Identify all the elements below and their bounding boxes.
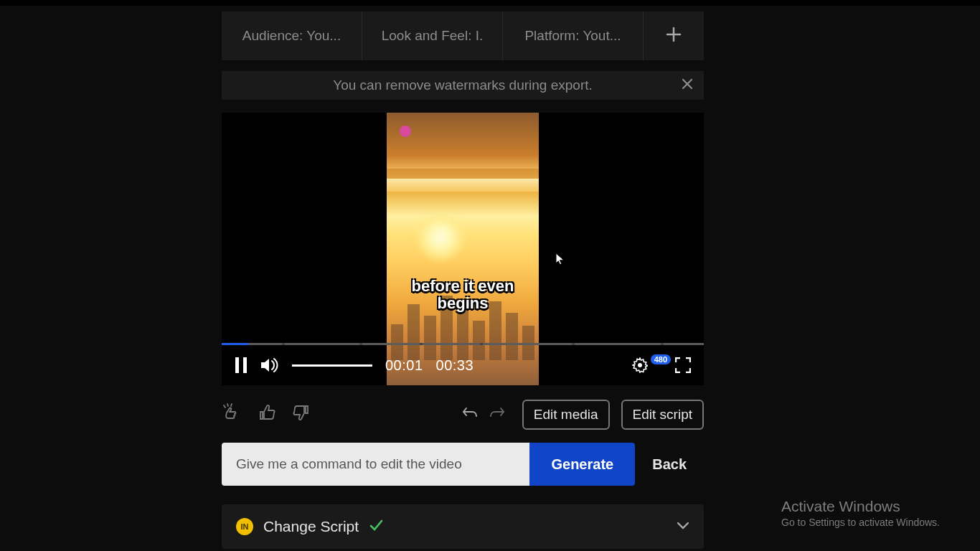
- action-row: Edit media Edit script: [222, 400, 704, 430]
- video-subtitle: before it even begins: [391, 278, 534, 312]
- edit-script-button[interactable]: Edit script: [621, 400, 704, 430]
- add-tag-button[interactable]: [644, 11, 704, 60]
- video-controls: 00:01 00:33 480: [222, 345, 704, 385]
- command-row: Generate Back: [222, 443, 704, 486]
- check-icon: [369, 518, 383, 535]
- fullscreen-icon[interactable]: [675, 357, 691, 373]
- watermark-icon: [400, 126, 411, 137]
- svg-rect-0: [235, 357, 239, 373]
- tag-look-and-feel[interactable]: Look and Feel: I.: [362, 11, 503, 60]
- cursor-icon: [555, 253, 565, 268]
- video-preview[interactable]: before it even begins 00:01 00:33: [222, 113, 704, 385]
- activation-subtitle: Go to Settings to activate Windows.: [781, 517, 940, 528]
- current-time: 00:01: [385, 357, 423, 374]
- notice-text: You can remove watermarks during export.: [222, 77, 704, 93]
- activation-title: Activate Windows: [781, 498, 940, 515]
- volume-slider[interactable]: [292, 364, 372, 367]
- thumbs-down-icon[interactable]: [292, 403, 311, 426]
- total-time: 00:33: [436, 357, 474, 374]
- svg-rect-1: [243, 357, 247, 373]
- tag-row: Audience: You... Look and Feel: I. Platf…: [222, 11, 704, 60]
- volume-icon[interactable]: [260, 357, 279, 373]
- quality-badge: 480: [651, 354, 671, 364]
- close-icon[interactable]: [681, 77, 694, 93]
- tag-platform[interactable]: Platform: Yout...: [503, 11, 644, 60]
- back-button[interactable]: Back: [635, 443, 704, 486]
- main-content: Audience: You... Look and Feel: I. Platf…: [222, 11, 704, 549]
- redo-icon[interactable]: [489, 405, 505, 424]
- windows-activation-overlay: Activate Windows Go to Settings to activ…: [781, 498, 940, 528]
- command-input[interactable]: [222, 443, 529, 486]
- tag-audience[interactable]: Audience: You...: [222, 11, 362, 60]
- undo-icon[interactable]: [462, 405, 478, 424]
- settings-icon[interactable]: 480: [632, 357, 668, 373]
- watermark-notice: You can remove watermarks during export.: [222, 71, 704, 100]
- plus-icon: [666, 27, 682, 46]
- applause-icon[interactable]: [222, 403, 242, 426]
- change-script-label: Change Script: [263, 518, 359, 535]
- edit-media-button[interactable]: Edit media: [522, 400, 610, 430]
- change-script-card[interactable]: IN Change Script: [222, 504, 704, 549]
- thumbs-up-icon[interactable]: [258, 403, 276, 426]
- svg-point-2: [638, 363, 642, 367]
- chevron-down-icon[interactable]: [677, 520, 689, 533]
- pause-icon[interactable]: [235, 357, 248, 374]
- generate-button[interactable]: Generate: [529, 443, 635, 486]
- avatar: IN: [236, 518, 253, 535]
